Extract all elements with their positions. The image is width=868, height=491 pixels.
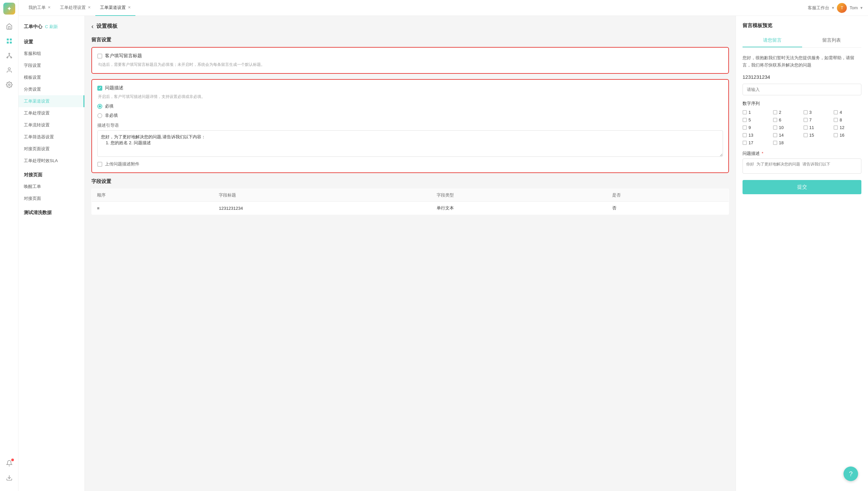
download-icon[interactable] [3,471,16,484]
field-settings-heading: 字段设置 [91,178,729,184]
upload-checkbox[interactable] [97,162,102,167]
test-section-label: 测试清洗数据 [19,204,84,219]
preview-problem-textarea[interactable] [743,158,861,174]
checkbox-11[interactable]: 11 [804,125,831,130]
breadcrumb: ‹ 设置模板 [91,23,729,30]
sidebar-item-sla-settings[interactable]: 工单处理时效SLA [19,155,84,167]
user-icon[interactable] [3,63,16,77]
tab-message-list[interactable]: 留言列表 [802,34,862,47]
problem-desc-checkbox[interactable]: ✓ [97,86,102,91]
checkbox-13[interactable]: 13 [743,133,771,138]
sidebar-item-field-settings[interactable]: 字段设置 [19,60,84,71]
home-icon[interactable] [3,20,16,33]
table-row: ≡ 1231231234 单行文本 否 [92,202,729,215]
back-button[interactable]: ‹ [91,23,94,30]
required-radio[interactable] [97,104,102,109]
col-order: 顺序 [92,189,214,202]
submit-button[interactable]: 提交 [743,180,861,194]
settings-icon[interactable] [3,78,16,91]
checkbox-7[interactable]: 7 [804,117,831,122]
avatar: T [837,3,847,13]
svg-point-5 [7,57,8,58]
preview-content: 您好，很抱歉我们暂时无法为您提供服务，如需帮助，请留言，我们将尽快联系并解决您的… [743,54,861,194]
number-checkbox-grid: 1 2 3 4 5 6 7 8 9 10 11 12 13 [743,110,861,145]
checkbox-10[interactable]: 10 [773,125,801,130]
col-required: 是否 [607,189,729,202]
sidebar-item-transfer-settings[interactable]: 工单流转设置 [19,119,84,131]
help-button[interactable]: ? [843,466,858,481]
notification-badge [11,459,14,461]
required-radio-label: 必填 [105,103,114,109]
checkbox-1[interactable]: 1 [743,110,771,115]
svg-line-8 [7,56,9,57]
checkbox-6[interactable]: 6 [773,117,801,122]
tab-my-tickets[interactable]: 我的工单 ✕ [24,0,55,16]
preview-phone-input[interactable] [743,84,861,95]
fields-table: 顺序 字段标题 字段类型 是否 ≡ 1231231234 [91,189,729,215]
svg-point-4 [9,53,9,54]
problem-field-label: 问题描述 * [743,150,861,156]
sidebar-item-processing-settings[interactable]: 工单处理设置 [19,107,84,119]
sidebar-item-category-settings[interactable]: 分类设置 [19,83,84,95]
checkbox-2[interactable]: 2 [773,110,801,115]
sidebar-item-wake-ticket[interactable]: 唤醒工单 [19,181,84,193]
row-type: 单行文本 [431,202,607,215]
sidebar-item-template-settings[interactable]: 模板设置 [19,71,84,83]
checkbox-4[interactable]: 4 [834,110,861,115]
sidebar-item-interface-settings[interactable]: 对接页面设置 [19,143,84,155]
tab-ticket-processing[interactable]: 工单处理设置 ✕ [55,0,95,16]
page-main: ‹ 设置模板 留言设置 客户填写留言标题 勾选后，需要客户填写留言 [85,16,735,491]
required-star: * [762,151,763,156]
preview-title: 留言模板预览 [743,23,861,29]
checkbox-9[interactable]: 9 [743,125,771,130]
svg-rect-3 [9,42,11,44]
preview-greeting: 您好，很抱歉我们暂时无法为您提供服务，如需帮助，请留言，我们将尽快联系并解决您的… [743,54,861,69]
user-area: 客服工作台 ▾ T Tom ▾ [808,3,863,13]
sidebar-item-filter-settings[interactable]: 工单筛选器设置 [19,131,84,143]
optional-radio[interactable] [97,113,102,118]
close-tab-my-tickets[interactable]: ✕ [48,5,51,9]
problem-desc-label: 问题描述 [105,85,123,91]
checkbox-16[interactable]: 16 [834,133,861,138]
svg-line-9 [9,56,11,57]
svg-point-11 [8,84,10,86]
row-title: 1231231234 [214,202,431,215]
interface-section-label: 对接页面 [19,167,84,181]
workorder-center-label: 工单中心 [24,24,43,30]
guide-textarea[interactable]: 您好，为了更好地解决您的问题,请告诉我们以下内容： 1. 您的姓名 2. 问题描… [97,131,723,157]
preview-tabs: 请您留言 留言列表 [743,34,861,48]
title-checkbox-label: 客户填写留言标题 [105,53,142,59]
sidebar-item-customer-group[interactable]: 客服和组 [19,48,84,60]
refresh-button[interactable]: C 刷新 [45,24,58,30]
checkbox-3[interactable]: 3 [804,110,831,115]
optional-radio-label: 非必填 [105,113,118,118]
tab-ticket-channel[interactable]: 工单渠道设置 ✕ [95,0,135,16]
svg-point-10 [8,68,10,70]
title-checkbox[interactable] [97,54,102,59]
close-tab-ticket-processing[interactable]: ✕ [88,5,91,9]
app-logo: ✦ [3,3,15,15]
title-description: 勾选后，需要客户填写留言标题且为必填项；未开启时，系统会为每条留言生成一个默认标… [97,61,723,68]
svg-rect-2 [7,42,9,44]
notification-icon[interactable] [3,457,16,470]
tab-leave-message[interactable]: 请您留言 [743,34,802,47]
sidebar-item-interface-page[interactable]: 对接页面 [19,193,84,204]
page-title: 设置模板 [96,23,117,30]
svg-rect-0 [7,39,9,41]
checkbox-17[interactable]: 17 [743,140,771,145]
guide-label: 描述引导语 [97,122,723,128]
checkbox-14[interactable]: 14 [773,133,801,138]
workflow-icon[interactable] [3,49,16,62]
dashboard-icon[interactable] [3,34,16,48]
checkbox-8[interactable]: 8 [834,117,861,122]
problem-desc-card: ✓ 问题描述 开启后，客户可填写描述问题详情，支持设置必填或非必填。 必填 非必… [91,79,729,173]
checkbox-18[interactable]: 18 [773,140,801,145]
checkbox-12[interactable]: 12 [834,125,861,130]
close-tab-ticket-channel[interactable]: ✕ [128,5,131,9]
checkbox-5[interactable]: 5 [743,117,771,122]
col-title: 字段标题 [214,189,431,202]
sidebar-item-channel-settings[interactable]: 工单渠道设置 [19,95,84,107]
checkbox-15[interactable]: 15 [804,133,831,138]
svg-rect-1 [9,39,11,41]
col-type: 字段类型 [431,189,607,202]
